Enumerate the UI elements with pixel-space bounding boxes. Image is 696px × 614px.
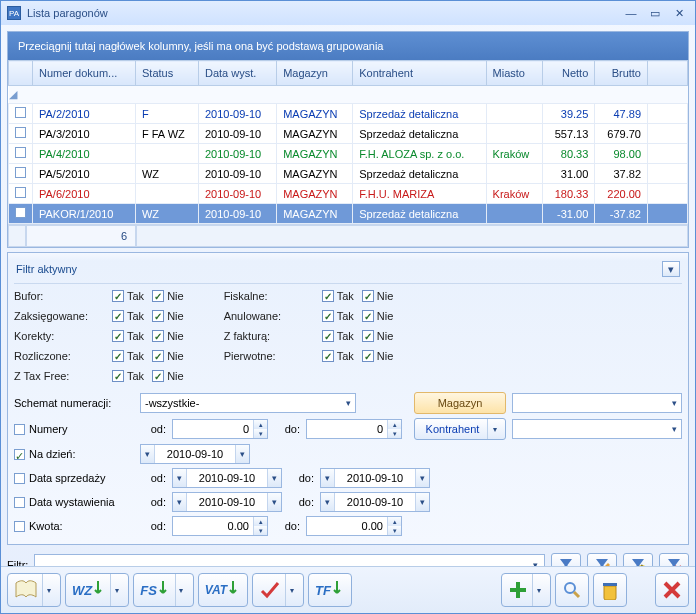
wz-button[interactable]: WZ▾	[65, 573, 129, 607]
fs-button[interactable]: FS▾	[133, 573, 194, 607]
col-checkbox[interactable]	[9, 61, 33, 86]
table-row[interactable]: PAKOR/1/2010WZ2010-09-10MAGAZYNSprzedaż …	[9, 204, 688, 224]
fis-tak[interactable]: ✓Tak	[322, 290, 354, 302]
column-header-row: Numer dokum... Status Data wyst. Magazyn…	[9, 61, 688, 86]
table-row[interactable]: PA/6/20102010-09-10MAGAZYNF.H.U. MARIZAK…	[9, 184, 688, 204]
kor-nie[interactable]: ✓Nie	[152, 330, 184, 342]
funnel-clear-icon[interactable]	[659, 553, 689, 566]
num-to[interactable]: 0▴▾	[306, 419, 402, 439]
anu-tak[interactable]: ✓Tak	[322, 310, 354, 322]
lbl-od: od:	[140, 423, 166, 435]
col-wh[interactable]: Magazyn	[277, 61, 353, 86]
filter-icon[interactable]: ◢	[9, 88, 17, 100]
table-row[interactable]: PA/2/2010F2010-09-10MAGAZYNSprzedaż deta…	[9, 104, 688, 124]
col-brutto[interactable]: Brutto	[595, 61, 648, 86]
close-window-button[interactable]	[655, 573, 689, 607]
chk-nadzien[interactable]: ✓Na dzień:	[14, 448, 134, 460]
ds-from[interactable]: ▾2010-09-10▾	[172, 468, 282, 488]
fis-nie[interactable]: ✓Nie	[362, 290, 394, 302]
filter-panel-title: Filtr aktywny	[16, 263, 77, 275]
tf-button[interactable]: TF	[308, 573, 352, 607]
pie-tak[interactable]: ✓Tak	[322, 350, 354, 362]
lbl-kor: Korekty:	[14, 330, 104, 342]
schemat-select[interactable]: -wszystkie-▾	[140, 393, 356, 413]
filter-row[interactable]: ◢	[9, 86, 688, 104]
maximize-button[interactable]: ▭	[645, 5, 665, 21]
ds-to[interactable]: ▾2010-09-10▾	[320, 468, 430, 488]
kw-from[interactable]: 0.00▴▾	[172, 516, 268, 536]
anu-nie[interactable]: ✓Nie	[362, 310, 394, 322]
lbl-bufor: Bufor:	[14, 290, 104, 302]
zfa-nie[interactable]: ✓Nie	[362, 330, 394, 342]
totals-row: 6	[8, 224, 688, 247]
delete-button[interactable]	[593, 573, 627, 607]
pie-nie[interactable]: ✓Nie	[362, 350, 394, 362]
col-spacer	[648, 61, 688, 86]
ztf-tak[interactable]: ✓Tak	[112, 370, 144, 382]
window-title: Lista paragonów	[27, 7, 617, 19]
chk-data-wyst[interactable]: Data wystawienia	[14, 496, 134, 508]
table-row[interactable]: PA/4/20102010-09-10MAGAZYNF.H. ALOZA sp.…	[9, 144, 688, 164]
chk-data-sprz[interactable]: Data sprzedaży	[14, 472, 134, 484]
col-date[interactable]: Data wyst.	[198, 61, 276, 86]
zak-nie[interactable]: ✓Nie	[152, 310, 184, 322]
col-doc[interactable]: Numer dokum...	[33, 61, 136, 86]
book-button[interactable]: ▾	[7, 573, 61, 607]
ztf-nie[interactable]: ✓Nie	[152, 370, 184, 382]
lbl-ztf: Z Tax Free:	[14, 370, 104, 382]
roz-tak[interactable]: ✓Tak	[112, 350, 144, 362]
check-button[interactable]: ▾	[252, 573, 304, 607]
kontrahent-select[interactable]: ▾	[512, 419, 682, 439]
magazyn-select[interactable]: ▾	[512, 393, 682, 413]
roz-nie[interactable]: ✓Nie	[152, 350, 184, 362]
titlebar: PA Lista paragonów — ▭ ✕	[1, 1, 695, 25]
kor-tak[interactable]: ✓Tak	[112, 330, 144, 342]
bufor-tak[interactable]: ✓Tak	[112, 290, 144, 302]
lbl-zfa: Z fakturą:	[224, 330, 314, 342]
col-city[interactable]: Miasto	[486, 61, 542, 86]
lbl-do: do:	[274, 423, 300, 435]
minimize-button[interactable]: —	[621, 5, 641, 21]
dw-from[interactable]: ▾2010-09-10▾	[172, 492, 282, 512]
add-button[interactable]: ▾	[501, 573, 551, 607]
zfa-tak[interactable]: ✓Tak	[322, 330, 354, 342]
bufor-nie[interactable]: ✓Nie	[152, 290, 184, 302]
funnel-apply-icon[interactable]	[551, 553, 581, 566]
search-button[interactable]	[555, 573, 589, 607]
svg-point-2	[565, 583, 575, 593]
app-icon: PA	[7, 6, 21, 20]
table-row[interactable]: PA/5/2010WZ2010-09-10MAGAZYNSprzedaż det…	[9, 164, 688, 184]
data-grid: Przeciągnij tutaj nagłówek kolumny, jeśl…	[7, 31, 689, 248]
funnel-add-icon[interactable]: ★	[623, 553, 653, 566]
magazyn-button[interactable]: Magazyn	[414, 392, 506, 414]
lbl-fis: Fiskalne:	[224, 290, 314, 302]
lbl-pie: Pierwotne:	[224, 350, 314, 362]
dw-to[interactable]: ▾2010-09-10▾	[320, 492, 430, 512]
chk-numery[interactable]: Numery	[14, 423, 134, 435]
bottom-toolbar: ▾ WZ▾ FS▾ VAT ▾ TF ▾	[1, 566, 695, 613]
kw-to[interactable]: 0.00▴▾	[306, 516, 402, 536]
group-by-bar[interactable]: Przeciągnij tutaj nagłówek kolumny, jeśl…	[8, 32, 688, 60]
col-netto[interactable]: Netto	[542, 61, 595, 86]
zak-tak[interactable]: ✓Tak	[112, 310, 144, 322]
lbl-anu: Anulowane:	[224, 310, 314, 322]
vat-button[interactable]: VAT	[198, 573, 248, 607]
kontrahent-button[interactable]: Kontrahent▾	[414, 418, 506, 440]
close-button[interactable]: ✕	[669, 5, 689, 21]
funnel-edit-icon[interactable]	[587, 553, 617, 566]
lbl-schemat: Schemat numeracji:	[14, 397, 134, 409]
table-row[interactable]: PA/3/2010F FA WZ2010-09-10MAGAZYNSprzeda…	[9, 124, 688, 144]
lbl-roz: Rozliczone:	[14, 350, 104, 362]
lbl-zak: Zaksięgowane:	[14, 310, 104, 322]
lbl-filtr: Filtr:	[7, 559, 28, 566]
filter-combo[interactable]: ▾	[34, 554, 545, 566]
filter-panel: Filtr aktywny ▾ Bufor:✓Tak✓Nie Zaksięgow…	[7, 252, 689, 545]
num-from[interactable]: 0▴▾	[172, 419, 268, 439]
col-status[interactable]: Status	[135, 61, 198, 86]
svg-rect-3	[603, 583, 617, 586]
col-ctr[interactable]: Kontrahent	[353, 61, 486, 86]
collapse-button[interactable]: ▾	[662, 261, 680, 277]
nadzien-date[interactable]: ▾2010-09-10▾	[140, 444, 250, 464]
total-count: 6	[26, 225, 136, 247]
chk-kwota[interactable]: Kwota:	[14, 520, 134, 532]
